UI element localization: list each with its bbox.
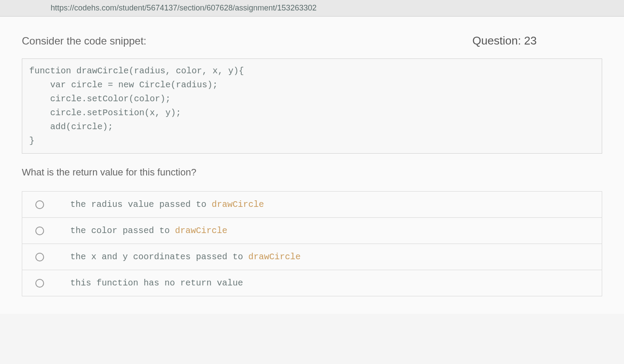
option-text: the color passed to drawCircle [70, 226, 227, 236]
option-text: the radius value passed to drawCircle [70, 199, 264, 209]
url-bar: https://codehs.com/student/5674137/secti… [0, 0, 624, 17]
radio-icon [35, 227, 44, 235]
option-text-highlight: drawCircle [248, 252, 301, 262]
option-a[interactable]: the radius value passed to drawCircle [22, 192, 602, 218]
options-list: the radius value passed to drawCircle th… [22, 191, 602, 296]
radio-icon [35, 200, 44, 209]
main-content: Consider the code snippet: Question: 23 … [0, 17, 624, 314]
question-text: What is the return value for this functi… [22, 167, 602, 178]
prompt-text: Consider the code snippet: [22, 35, 147, 47]
question-number: Question: 23 [473, 34, 537, 48]
option-text-main: this function has no return value [70, 278, 243, 288]
option-text-main: the radius value passed to [70, 199, 212, 209]
radio-icon [35, 279, 44, 288]
option-d[interactable]: this function has no return value [22, 270, 602, 296]
url-text: https://codehs.com/student/5674137/secti… [51, 3, 316, 13]
option-text-highlight: drawCircle [175, 226, 227, 236]
option-c[interactable]: the x and y coordinates passed to drawCi… [22, 244, 602, 270]
option-b[interactable]: the color passed to drawCircle [22, 218, 602, 244]
code-snippet: function drawCircle(radius, color, x, y)… [22, 58, 602, 154]
option-text-main: the x and y coordinates passed to [70, 252, 248, 262]
option-text: the x and y coordinates passed to drawCi… [70, 252, 301, 262]
header-row: Consider the code snippet: Question: 23 [22, 34, 602, 48]
option-text-highlight: drawCircle [212, 199, 264, 209]
radio-icon [35, 253, 44, 261]
option-text: this function has no return value [70, 278, 243, 288]
option-text-main: the color passed to [70, 226, 175, 236]
